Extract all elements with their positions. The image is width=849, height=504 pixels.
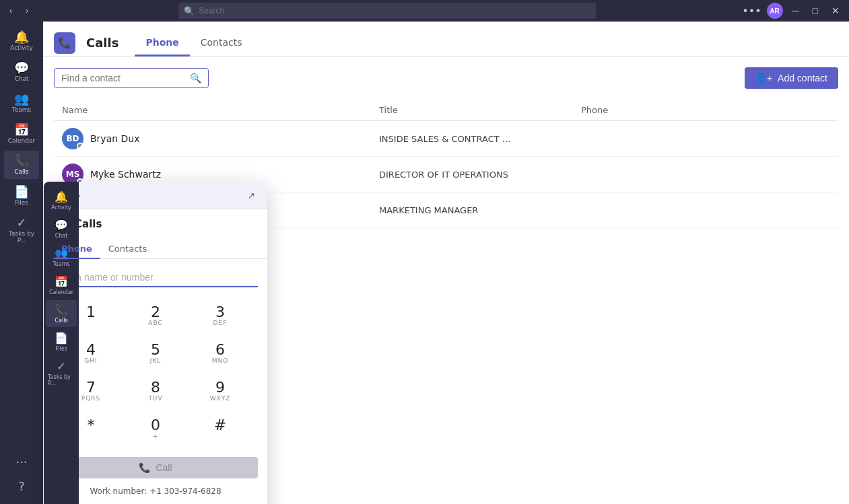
- sidebar-item-tasks[interactable]: ✓ Tasks by P...: [4, 213, 39, 248]
- sidebar: 🔔 Activity 💬 Chat 👥 Teams 📅 Calendar 📞 C…: [0, 22, 43, 504]
- contact-title-1: DIRECTOR OF IT OPERATIONS: [379, 170, 581, 180]
- key-hash[interactable]: #: [189, 411, 251, 446]
- chat-action-icon[interactable]: 💬: [749, 201, 761, 219]
- key-6[interactable]: 6 MNO: [189, 336, 251, 371]
- dialpad-call-button[interactable]: 📞 Call: [53, 457, 258, 478]
- sidebar-item-calls[interactable]: 📞 Calls: [4, 151, 39, 179]
- sidebar-label-calendar: Calendar: [8, 137, 35, 144]
- call-action-icon[interactable]: 📞: [796, 165, 808, 184]
- global-search[interactable]: 🔍: [178, 3, 596, 19]
- find-contact-input[interactable]: [61, 73, 184, 83]
- col-header-phone: Phone: [581, 105, 749, 115]
- sidebar-item-calendar[interactable]: 📅 Calendar: [4, 120, 39, 148]
- key-8[interactable]: 8 TUV: [125, 373, 186, 408]
- key-2[interactable]: 2 ABC: [125, 298, 186, 333]
- contact-name-0: Bryan Dux: [90, 133, 140, 144]
- dp-calendar-icon: 📅: [55, 275, 68, 288]
- dialpad-expand-button[interactable]: ↗: [243, 187, 259, 203]
- dp-sidebar-calendar[interactable]: 📅 Calendar: [46, 272, 77, 299]
- sidebar-item-files[interactable]: 📄 Files: [4, 182, 39, 210]
- calls-app-icon: 📞: [54, 32, 75, 54]
- search-icon: 🔍: [184, 6, 195, 16]
- minimize-button[interactable]: ─: [788, 4, 803, 17]
- dp-tasks-icon: ✓: [57, 360, 65, 373]
- key-sub-6: MNO: [212, 357, 229, 364]
- key-0[interactable]: 0 +: [125, 411, 186, 446]
- sidebar-label-teams: Teams: [12, 106, 31, 113]
- maximize-button[interactable]: □: [809, 4, 822, 17]
- sidebar-item-activity[interactable]: 🔔 Activity: [4, 27, 39, 55]
- key-main-hash: #: [214, 418, 226, 433]
- call-action-icon[interactable]: 📞: [796, 201, 808, 219]
- key-sub-2: ABC: [148, 320, 162, 326]
- sidebar-label-tasks: Tasks by P...: [7, 230, 36, 244]
- sidebar-item-chat[interactable]: 💬 Chat: [4, 58, 39, 86]
- dp-sidebar-activity[interactable]: 🔔 Activity: [46, 187, 77, 214]
- dp-tasks-label: Tasks by P...: [48, 374, 75, 386]
- key-main-star: *: [88, 418, 95, 433]
- sidebar-item-teams[interactable]: 👥 Teams: [4, 89, 39, 117]
- user-avatar[interactable]: AR: [767, 3, 783, 19]
- title-bar: ‹ › 🔍 ••• AR ─ □ ✕: [0, 0, 849, 22]
- video-action-icon[interactable]: 📹: [780, 129, 791, 148]
- dp-calendar-label: Calendar: [49, 289, 73, 295]
- add-contact-label: Add contact: [778, 73, 827, 83]
- dialpad-mini-sidebar: 🔔 Activity 💬 Chat 👥 Teams 📅 Calendar 📞 C…: [44, 182, 79, 504]
- table-row[interactable]: BD Bryan Dux INSIDE SALES & CONTRACT ...…: [54, 121, 838, 157]
- key-sub-4: GHI: [84, 357, 97, 364]
- find-contact-search-icon: 🔍: [190, 73, 201, 83]
- email-action-icon[interactable]: ✉: [766, 201, 774, 219]
- more-action-icon[interactable]: •••: [813, 165, 830, 184]
- tab-contacts[interactable]: Contacts: [190, 30, 253, 57]
- dialpad-number-input[interactable]: [53, 268, 258, 287]
- more-action-icon[interactable]: •••: [813, 201, 830, 219]
- tab-phone[interactable]: Phone: [135, 30, 189, 57]
- key-9[interactable]: 9 WXYZ: [189, 373, 251, 408]
- key-main-9: 9: [215, 380, 225, 395]
- key-sub-9: WXYZ: [210, 395, 231, 402]
- email-action-icon[interactable]: ✉: [766, 129, 774, 148]
- video-action-icon[interactable]: 📹: [780, 165, 791, 184]
- dp-calls-icon: 📞: [55, 303, 68, 316]
- dp-sidebar-tasks[interactable]: ✓ Tasks by P...: [46, 357, 77, 390]
- dp-files-icon: 📄: [55, 332, 68, 345]
- files-icon: 📄: [14, 186, 29, 198]
- dialpad-tab-phone[interactable]: Phone: [53, 240, 100, 259]
- back-button[interactable]: ‹: [5, 5, 16, 16]
- dp-files-label: Files: [55, 346, 67, 352]
- key-main-5: 5: [151, 343, 160, 357]
- dialpad-tab-contacts[interactable]: Contacts: [100, 240, 155, 259]
- chat-action-icon[interactable]: 💬: [749, 165, 761, 184]
- more-icon[interactable]: •••: [742, 5, 761, 17]
- forward-button[interactable]: ›: [22, 5, 32, 16]
- dp-activity-icon: 🔔: [55, 190, 68, 203]
- calls-title: Calls: [86, 36, 118, 50]
- key-sub-7: PQRS: [81, 395, 100, 402]
- chat-action-icon[interactable]: 💬: [749, 129, 761, 148]
- email-action-icon[interactable]: ✉: [766, 165, 774, 184]
- calendar-icon: 📅: [14, 124, 29, 136]
- call-action-icon[interactable]: 📞: [796, 129, 808, 148]
- col-header-name: Name: [62, 105, 379, 115]
- sidebar-label-calls: Calls: [14, 168, 29, 175]
- find-contact-field[interactable]: 🔍: [54, 68, 209, 88]
- dp-sidebar-chat[interactable]: 💬 Chat: [46, 215, 77, 242]
- sidebar-label-activity: Activity: [10, 44, 33, 51]
- avatar-0: BD: [62, 128, 83, 149]
- more-action-icon[interactable]: •••: [813, 129, 830, 148]
- sidebar-more-button[interactable]: ...: [10, 446, 32, 471]
- dp-sidebar-calls[interactable]: 📞 Calls: [46, 300, 77, 327]
- add-contact-button[interactable]: 👤+ Add contact: [745, 67, 838, 89]
- search-input[interactable]: [199, 6, 590, 15]
- calls-icon: 📞: [14, 155, 29, 167]
- help-icon[interactable]: ?: [13, 474, 30, 499]
- close-button[interactable]: ✕: [827, 4, 844, 17]
- col-header-title: Title: [379, 105, 581, 115]
- key-sub-3: DEF: [213, 320, 228, 326]
- call-label: Call: [156, 462, 172, 473]
- dp-sidebar-files[interactable]: 📄 Files: [46, 328, 77, 355]
- key-3[interactable]: 3 DEF: [189, 298, 251, 333]
- video-action-icon[interactable]: 📹: [780, 201, 791, 219]
- key-sub-0: +: [153, 433, 159, 439]
- key-5[interactable]: 5 JKL: [125, 336, 186, 371]
